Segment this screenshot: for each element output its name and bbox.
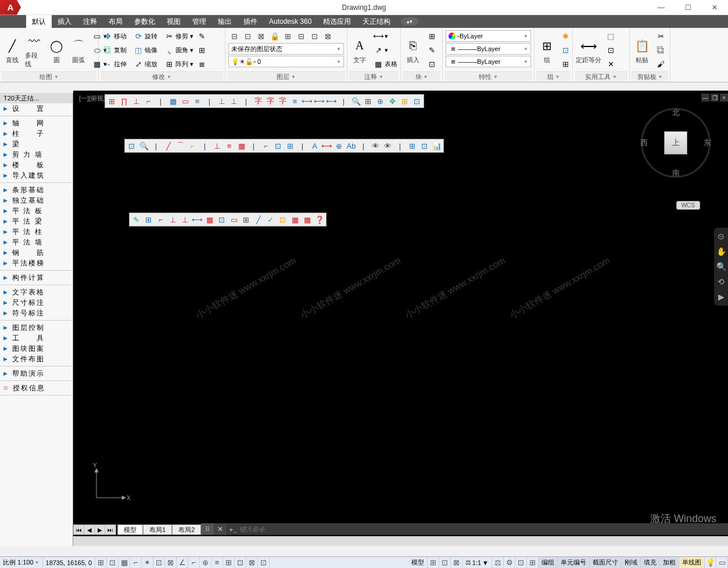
calc-icon[interactable]: ⊡: [604, 44, 617, 57]
create-block-icon[interactable]: ⊞: [425, 30, 438, 43]
command-input[interactable]: [237, 526, 728, 533]
tb1-i6[interactable]: ▭: [179, 95, 191, 107]
tb3-i15[interactable]: ▦: [301, 214, 313, 225]
panel-label-layer[interactable]: 图层▼: [227, 71, 345, 82]
sidebar-item-column[interactable]: ▶柱 子: [0, 128, 73, 139]
cmd-handle-icon[interactable]: ⠿: [201, 523, 214, 535]
linetype-dropdown[interactable]: ≡——— ByLayer▼: [446, 43, 531, 55]
sidebar-item-settings[interactable]: ▶设 置: [0, 103, 73, 114]
tb2-i18[interactable]: ⊞: [406, 140, 418, 152]
lineweight-dropdown[interactable]: ≡——— ByLayer▼: [446, 56, 531, 67]
tb2-i7[interactable]: ≡: [223, 140, 235, 152]
tb3-i8[interactable]: ⊡: [216, 214, 228, 225]
floating-toolbar-1[interactable]: ⊞∏⊥⌐|▦▭≡|⊥⊥|字字字≡⟷⟷⟷|🔍⊞⊕✥⊞⊡: [105, 94, 424, 108]
status-qp-icon[interactable]: ⊡: [235, 557, 246, 568]
move-button[interactable]: 移动: [114, 32, 127, 41]
tab-output[interactable]: 输出: [212, 15, 238, 28]
tb2-i19[interactable]: ⊡: [418, 140, 431, 152]
copy-clip-icon[interactable]: ⿻: [654, 44, 667, 57]
status-otrack-icon[interactable]: ∠: [177, 557, 188, 568]
status-bulb-icon[interactable]: 💡: [705, 557, 716, 568]
status-coords[interactable]: 18735, 16165, 0: [43, 557, 96, 568]
tb1-i13[interactable]: ≡: [289, 95, 301, 107]
status-sc-icon[interactable]: ⊠: [246, 557, 258, 568]
sidebar-item-auth[interactable]: ⊞授权信息: [0, 383, 73, 393]
sidebar-item-layerctrl[interactable]: ▶图层控制: [0, 322, 73, 333]
drawing-canvas[interactable]: [一][俯视][二维线框] — ❐ × ⊞∏⊥⌐|▦▭≡|⊥⊥|字字字≡⟷⟷⟷|…: [73, 91, 728, 546]
tab-view[interactable]: 视图: [161, 15, 187, 28]
polyline-button[interactable]: 〰多段线: [24, 31, 45, 70]
insert-block-button[interactable]: ⎘插入: [403, 35, 424, 66]
status-qv-icon[interactable]: ⊡: [439, 557, 451, 568]
layer-list-dropdown[interactable]: 💡☀🔓▫ 0▼: [228, 56, 344, 67]
minimize-button[interactable]: —: [648, 0, 675, 15]
measure-button[interactable]: ⟷定距等分: [575, 35, 603, 66]
sidebar-item-blocks[interactable]: ▶图块图案: [0, 343, 73, 354]
status-scale[interactable]: 比例 1:100 ▼: [0, 557, 43, 568]
status-snap-icon[interactable]: ⊡: [107, 557, 119, 568]
sidebar-item-layout[interactable]: ▶文件布图: [0, 354, 73, 364]
tb3-i11[interactable]: ╱: [252, 214, 264, 225]
tb1-beam-icon[interactable]: ⌐: [142, 95, 155, 107]
sidebar-item-flatwall[interactable]: ▶平 法 墙: [0, 237, 73, 247]
tb2-i17[interactable]: 👁: [382, 140, 394, 152]
sidebar-item-flatbeam[interactable]: ▶平 法 梁: [0, 216, 73, 227]
tb2-i14[interactable]: ⊕: [333, 140, 345, 152]
nav-orbit-icon[interactable]: ⟲: [716, 276, 726, 287]
tab-model[interactable]: 模型: [117, 524, 143, 535]
tab-annotate[interactable]: 注释: [77, 15, 103, 28]
sidebar-item-calc[interactable]: ▶构件计算: [0, 272, 73, 283]
tb2-i9[interactable]: ⌐: [260, 140, 272, 152]
tb2-i4[interactable]: ⌒: [174, 140, 187, 152]
status-text-2[interactable]: 单元编号: [558, 557, 590, 568]
copy-button[interactable]: 复制: [114, 46, 127, 55]
tb1-i15[interactable]: ⟷: [313, 95, 325, 107]
tb3-i9[interactable]: ▭: [228, 214, 240, 225]
sidebar-item-beam[interactable]: ▶梁: [0, 139, 73, 149]
panel-label-utility[interactable]: 实用工具▼: [575, 71, 627, 82]
close-button[interactable]: ✕: [701, 0, 728, 15]
sidebar-item-help[interactable]: ▶帮助演示: [0, 368, 73, 379]
status-text-7[interactable]: 单线图: [679, 557, 705, 568]
sidebar-item-flatstair[interactable]: ▶平法楼梯: [0, 258, 73, 268]
layer-on-icon[interactable]: ⊡: [242, 30, 254, 42]
tb2-i13[interactable]: ⟷: [321, 140, 333, 152]
tb1-i8[interactable]: ⊥: [216, 95, 228, 107]
tb1-i9[interactable]: ⊥: [228, 95, 240, 107]
tb1-i18[interactable]: ⊞: [362, 95, 374, 107]
mirror-button[interactable]: 镜像: [145, 46, 157, 55]
tb3-i10[interactable]: ⊞: [240, 214, 252, 225]
tb1-i14[interactable]: ⟷: [301, 95, 313, 107]
array-icon[interactable]: ⊞: [164, 60, 174, 69]
sidebar-item-import[interactable]: ▶导入建筑: [0, 170, 73, 181]
layer-walk-icon[interactable]: ⊠: [322, 30, 334, 42]
tb3-i16[interactable]: ❓: [313, 214, 325, 225]
tab-manage[interactable]: 管理: [187, 15, 212, 28]
panel-label-group[interactable]: 组▼: [536, 71, 571, 82]
sidebar-item-texttable[interactable]: ▶文字表格: [0, 287, 73, 297]
tb1-i19[interactable]: ⊕: [374, 95, 386, 107]
tb2-i20[interactable]: 📊: [431, 140, 443, 152]
status-grid-icon[interactable]: ▦: [119, 557, 130, 568]
mirror-icon[interactable]: ◫: [134, 46, 143, 55]
sidebar-item-slab[interactable]: ▶楼 板: [0, 160, 73, 170]
layout-last-icon[interactable]: ⏭: [105, 525, 116, 534]
tb1-i5[interactable]: ▦: [167, 95, 179, 107]
tb3-i6[interactable]: ⟷: [191, 214, 203, 225]
point-icon[interactable]: ✕: [604, 58, 617, 71]
sidebar-item-rebar[interactable]: ▶钢 筋: [0, 247, 73, 258]
sidebar-item-shearwall[interactable]: ▶剪 力 墙: [0, 149, 73, 160]
layout-first-icon[interactable]: ⏮: [74, 525, 84, 534]
floating-toolbar-3[interactable]: ✎⊞⌐⊥⊥⟷▦⊡▭⊞╱✓⊡▦▦❓: [129, 213, 327, 227]
erase-icon[interactable]: ✎: [197, 32, 206, 41]
status-model-button[interactable]: 模型: [408, 557, 428, 568]
sidebar-item-axis[interactable]: ▶轴 网: [0, 118, 73, 128]
layer-match-icon[interactable]: ⊟: [295, 30, 307, 42]
tb1-i17[interactable]: 🔍: [350, 95, 362, 107]
status-anno-scale[interactable]: ⚖ 1:1▼: [462, 557, 492, 568]
layer-lock-icon[interactable]: 🔒: [268, 30, 281, 42]
array-button[interactable]: 阵列: [175, 60, 188, 69]
status-av-icon[interactable]: ⚖: [492, 557, 504, 568]
tb3-i4[interactable]: ⊥: [167, 214, 179, 225]
horizontal-scrollbar[interactable]: [73, 536, 728, 546]
